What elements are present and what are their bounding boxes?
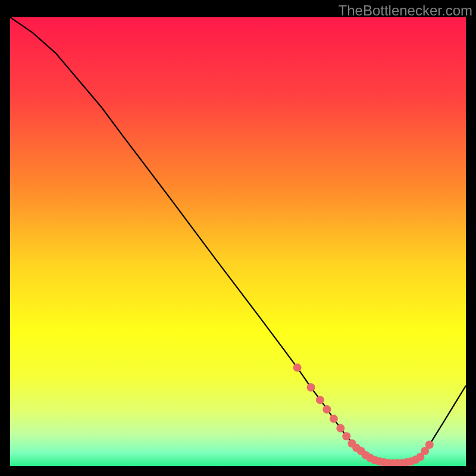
chart-container: TheBottlenecker.com [0, 0, 476, 476]
marker-point [316, 396, 324, 404]
watermark-text: TheBottlenecker.com [339, 2, 472, 19]
marker-point [322, 405, 331, 414]
gradient-background [10, 17, 466, 466]
marker-point [330, 415, 338, 423]
marker-point [342, 432, 350, 440]
marker-point [293, 364, 302, 372]
marker-point [307, 383, 315, 392]
chart-svg [10, 17, 466, 466]
marker-point [336, 424, 345, 433]
marker-point [425, 441, 434, 449]
plot-area [10, 17, 466, 466]
